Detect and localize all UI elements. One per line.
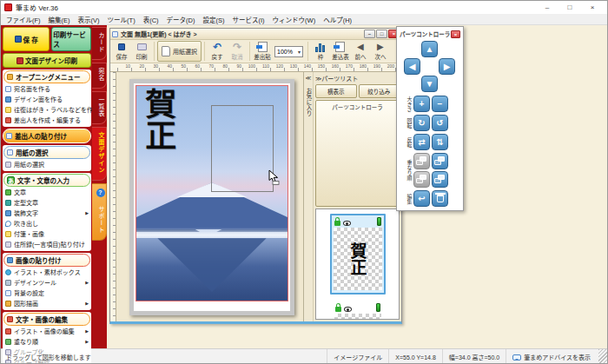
lock-icon[interactable] bbox=[335, 307, 341, 312]
minimize-button[interactable]: – bbox=[536, 2, 558, 13]
toolbar-prev-button[interactable]: ◀ 前へ bbox=[351, 41, 370, 62]
menu-item-atena[interactable]: 宛名面を作る bbox=[3, 83, 90, 94]
menu-item-sender-edit[interactable]: 差出人を作成・編集する bbox=[3, 115, 90, 125]
order-label: 重なり順 bbox=[404, 160, 412, 181]
doc-restore-button[interactable]: □ bbox=[376, 30, 387, 38]
menu-file[interactable]: ファイル(F) bbox=[6, 15, 41, 24]
toolbar-paper-select-button[interactable]: 用紙選択 bbox=[157, 41, 202, 62]
toolbar-merge-button[interactable]: 差込表 bbox=[331, 41, 350, 62]
menu-table[interactable]: 表(C) bbox=[143, 15, 159, 24]
menu-item-address-paste[interactable]: 住所録(一言項目)貼り付け bbox=[3, 239, 90, 249]
menu-item-sticky[interactable]: 付箋・画像 bbox=[3, 228, 90, 239]
zoom-select[interactable]: 100% ▾ bbox=[274, 46, 303, 57]
tab-design[interactable]: 文面デザイン bbox=[92, 127, 107, 181]
tab-atena[interactable]: 宛名 bbox=[92, 63, 107, 89]
move-up-button[interactable]: ▲ bbox=[421, 41, 438, 57]
menu-item-illust-edit[interactable]: イラスト・画像の編集▶ bbox=[3, 326, 90, 336]
toolbar-sender-paste-button[interactable]: 差出貼 bbox=[253, 41, 272, 62]
tab-support[interactable]: ? サポート bbox=[92, 183, 107, 241]
tab-card[interactable]: カード bbox=[92, 27, 107, 60]
move-right-button[interactable]: ▶ bbox=[439, 58, 455, 75]
visibility-icon[interactable] bbox=[343, 221, 351, 226]
menu-service[interactable]: サービス(I) bbox=[233, 15, 265, 24]
flip-horizontal-button[interactable]: ⇄ bbox=[413, 134, 430, 150]
part-item-photo[interactable] bbox=[334, 302, 381, 321]
text-input-header[interactable]: あ 文字・文章の入力 bbox=[3, 174, 90, 187]
toolbar-next-button[interactable]: ▶ 次へ bbox=[371, 41, 390, 62]
tab-list[interactable]: 一覧表 bbox=[92, 91, 107, 124]
send-backward-button[interactable] bbox=[432, 171, 448, 188]
floppy-icon bbox=[15, 36, 22, 43]
part-item-calligraphy[interactable]: 賀正 bbox=[330, 214, 386, 295]
toolbar-frame-button[interactable]: 枠 bbox=[311, 41, 330, 62]
doc-minimize-button[interactable]: – bbox=[364, 30, 375, 38]
controller-close-button[interactable]: × bbox=[451, 30, 460, 38]
text-image-edit-header[interactable]: 文字・画像の編集 bbox=[3, 313, 90, 326]
menu-item-balloon[interactable]: 吹き出し bbox=[3, 218, 90, 228]
save-big-button[interactable]: 保 存 bbox=[3, 27, 50, 51]
menu-window[interactable]: ウィンドウ(W) bbox=[273, 15, 316, 24]
size-decrease-button[interactable]: − bbox=[432, 96, 448, 112]
controller-title-bar[interactable]: パーツコントローラ × bbox=[399, 29, 461, 40]
fuji-photo[interactable]: 賀正 bbox=[135, 85, 288, 301]
document-title-bar[interactable]: 文面 無題1(更新) < はがき > – □ × bbox=[110, 29, 401, 40]
greeting-calligraphy[interactable]: 賀正 bbox=[143, 88, 173, 150]
size-increase-button[interactable]: + bbox=[413, 96, 430, 112]
menu-settings[interactable]: 設定(S) bbox=[203, 15, 225, 24]
advice-toggle[interactable]: 筆まめアドバイスを表示 bbox=[506, 349, 597, 364]
menu-item-label[interactable]: 往復はがき・ラベルなどを作る bbox=[3, 104, 90, 115]
menu-item-illust-box[interactable]: イラスト・素材ボックス bbox=[3, 267, 90, 277]
lock-icon[interactable] bbox=[334, 221, 340, 226]
menu-item-shape-draw[interactable]: 図形描画▶ bbox=[3, 298, 90, 308]
menu-help[interactable]: ヘルプ(H) bbox=[323, 15, 352, 24]
status-position: X=55.0 Y=14.8 bbox=[388, 349, 442, 364]
toolbar-undo-button[interactable]: ↶ 戻す bbox=[208, 41, 227, 62]
postcard[interactable]: 賀正 bbox=[129, 79, 294, 315]
image-paste-panel: 画像の貼り付け イラスト・素材ボックス デザインツール▶ 背景の設定 図形描画▶ bbox=[3, 253, 91, 310]
flip-vertical-button[interactable]: ⇅ bbox=[432, 134, 448, 150]
favorites-tab[interactable]: ≪ お気に入り bbox=[304, 72, 314, 321]
opening-menu-header[interactable]: オープニングメニュー bbox=[3, 70, 90, 83]
menu-item-template-text[interactable]: 定型文章 bbox=[3, 197, 90, 208]
rotate-cw-button[interactable]: ↻ bbox=[413, 115, 430, 131]
bring-forward-button bbox=[413, 171, 430, 188]
maximize-button[interactable]: □ bbox=[558, 2, 581, 13]
menu-item-text[interactable]: 文章 bbox=[3, 187, 90, 197]
menu-tools[interactable]: ツール(T) bbox=[108, 15, 135, 24]
toolbar-save-button[interactable]: 保存 bbox=[112, 41, 131, 62]
image-paste-header[interactable]: 画像の貼り付け bbox=[3, 254, 90, 267]
design-canvas[interactable]: 賀正 bbox=[110, 72, 304, 321]
delete-button[interactable] bbox=[432, 190, 448, 207]
close-button[interactable]: × bbox=[581, 2, 604, 13]
menu-view[interactable]: 表示(V) bbox=[78, 15, 100, 24]
menu-edit[interactable]: 編集(E) bbox=[49, 15, 70, 24]
sender-paste-button[interactable]: 差出人の貼り付け bbox=[3, 129, 91, 143]
design-print-button[interactable]: 文面デザイン印刷 bbox=[3, 53, 91, 68]
menu-item-background[interactable]: 背景の設定 bbox=[3, 288, 90, 298]
send-to-back-button[interactable] bbox=[432, 153, 448, 169]
filter-button[interactable]: 絞り込み bbox=[359, 84, 400, 98]
menu-item-design[interactable]: デザイン面を作る bbox=[3, 94, 90, 104]
menu-item-deco-text[interactable]: 装飾文字▶ bbox=[3, 208, 90, 218]
menu-item-paper-select[interactable]: 用紙の選択 bbox=[3, 159, 90, 169]
toolbar-print-button[interactable]: 印刷 bbox=[132, 41, 151, 62]
visibility-icon[interactable] bbox=[344, 307, 352, 312]
selection-rectangle[interactable] bbox=[211, 105, 274, 192]
menu-item-order[interactable]: 重なり順▶ bbox=[3, 336, 90, 347]
rotate-ccw-button[interactable]: ↺ bbox=[432, 115, 448, 131]
menu-data[interactable]: データ(D) bbox=[167, 15, 195, 24]
status-bar: ドラッグして図形を移動します イメージファイル X=55.0 Y=14.8 幅=… bbox=[1, 348, 607, 364]
move-left-button[interactable]: ◀ bbox=[404, 58, 420, 75]
move-down-button[interactable]: ▼ bbox=[421, 76, 438, 92]
prev-icon: ◀ bbox=[357, 43, 364, 51]
parts-controller-button[interactable]: パーツコントローラ bbox=[315, 100, 400, 207]
stack-back-icon bbox=[434, 156, 446, 166]
design-icon bbox=[5, 96, 11, 103]
horizontal-view-button[interactable]: 横表示 bbox=[315, 84, 357, 98]
resize-grip[interactable] bbox=[598, 349, 607, 364]
undo-edit-button[interactable]: ↩ bbox=[413, 190, 430, 207]
toolbar-redo-button[interactable]: ↷ 取消 bbox=[228, 41, 247, 62]
menu-item-design-tool[interactable]: デザインツール▶ bbox=[3, 277, 90, 288]
paper-header[interactable]: 用紙の選択 bbox=[3, 146, 90, 159]
print-service-button[interactable]: 印刷サービス bbox=[51, 27, 91, 51]
